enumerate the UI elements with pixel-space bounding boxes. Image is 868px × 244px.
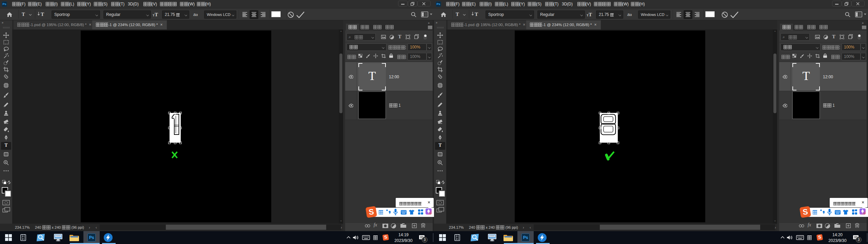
svg-text:T: T xyxy=(475,12,478,17)
svg-text:T: T xyxy=(41,12,44,17)
